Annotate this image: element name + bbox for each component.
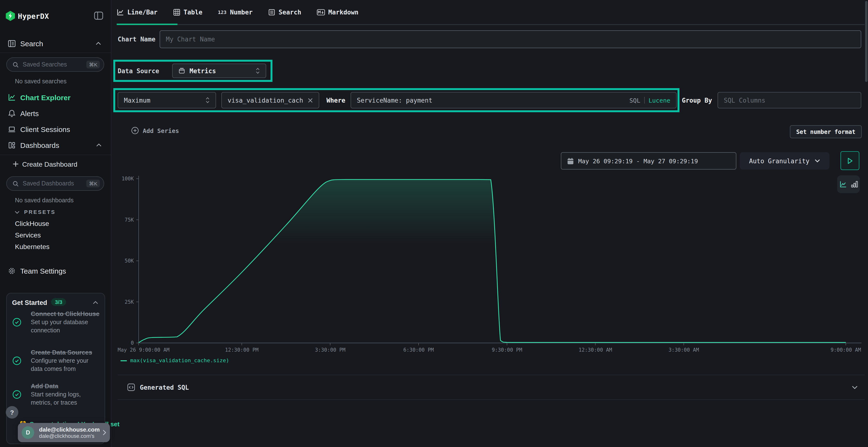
sidebar-item-kubernetes[interactable]: Kubernetes	[15, 243, 50, 250]
checklist-item[interactable]: Create Data Sources Configure where your…	[12, 348, 100, 373]
sidebar-item-dashboards[interactable]: Dashboards	[20, 141, 59, 149]
divider	[0, 53, 111, 53]
no-saved-dashboards-note: No saved dashboards	[15, 197, 73, 204]
svg-text:75K: 75K	[125, 217, 134, 223]
kbd-shortcut: ⌘K	[87, 180, 100, 187]
generated-sql-label: Generated SQL	[140, 384, 189, 391]
app-root: HyperDX Search Saved Searches ⌘K No	[0, 0, 868, 447]
divider	[118, 399, 865, 400]
saved-dashboards-input[interactable]: Saved Dashboards ⌘K	[6, 176, 104, 191]
laptop-icon	[8, 125, 16, 133]
gear-icon	[8, 267, 16, 275]
search-icon	[12, 180, 19, 187]
search-section-icon	[8, 39, 16, 48]
legend-line-swatch	[121, 360, 127, 361]
svg-text:100K: 100K	[122, 176, 134, 182]
checklist-item[interactable]: Add Data Start sending logs, metrics, or…	[12, 382, 100, 407]
sidebar-collapse-icon[interactable]	[94, 11, 103, 20]
help-button[interactable]: ?	[6, 406, 18, 419]
presets-group-label[interactable]: PRESETS	[24, 209, 56, 215]
chevron-up-icon[interactable]	[93, 301, 98, 304]
checklist-item-desc: Configure where your data comes from	[31, 357, 100, 373]
svg-text:12:30:00 PM: 12:30:00 PM	[225, 347, 258, 353]
sidebar-item-search[interactable]: Search	[20, 39, 43, 48]
svg-text:6:30:00 PM: 6:30:00 PM	[403, 347, 434, 353]
create-dashboard-button[interactable]: Create Dashboard	[22, 161, 78, 168]
svg-text:9:30:00 PM: 9:30:00 PM	[492, 347, 522, 353]
sidebar-item-client-sessions[interactable]: Client Sessions	[20, 125, 70, 133]
user-account-chip[interactable]: D dale@clickhouse.com dale@clickhouse.co…	[18, 423, 110, 442]
get-started-progress-badge: 3/3	[51, 298, 66, 306]
bell-icon	[8, 109, 16, 117]
chevron-down-icon[interactable]	[14, 210, 20, 214]
saved-searches-placeholder: Saved Searches	[23, 61, 87, 68]
no-saved-searches-note: No saved searches	[15, 78, 66, 85]
hyperdx-logo-icon	[5, 10, 16, 21]
svg-text:3:30:00 AM: 3:30:00 AM	[669, 347, 699, 353]
chart-legend[interactable]: max(visa_validation_cache.size)	[121, 357, 229, 364]
avatar: D	[22, 426, 34, 439]
get-started-panel: Get Started 3/3 Connect to ClickHouse Se…	[6, 293, 105, 444]
checklist-item-title: Connect to ClickHouse	[31, 310, 100, 318]
legend-label: max(visa_validation_cache.size)	[130, 357, 229, 364]
sidebar: HyperDX Search Saved Searches ⌘K No	[0, 0, 112, 447]
dashboards-icon	[8, 141, 16, 149]
check-circle-icon	[12, 318, 21, 326]
sidebar-item-services[interactable]: Services	[15, 231, 41, 239]
svg-text:12:30:00 AM: 12:30:00 AM	[579, 347, 612, 353]
checklist-item-title: Add Data	[31, 382, 100, 390]
sidebar-item-chart-explorer[interactable]: Chart Explorer	[20, 94, 70, 102]
sidebar-item-clickhouse[interactable]: ClickHouse	[15, 220, 49, 227]
user-email: dale@clickhouse.com	[39, 426, 103, 433]
svg-text:0: 0	[131, 340, 134, 346]
plus-icon	[12, 161, 19, 167]
generated-sql-section[interactable]: Generated SQL	[118, 375, 865, 399]
kbd-shortcut: ⌘K	[87, 61, 100, 68]
get-started-title: Get Started	[12, 299, 47, 306]
svg-text:50K: 50K	[125, 258, 134, 264]
user-team: dale@clickhouse.com's	[39, 433, 103, 439]
code-icon	[127, 383, 135, 391]
check-circle-icon	[12, 356, 21, 365]
checklist-item[interactable]: Connect to ClickHouse Set up your databa…	[12, 310, 100, 335]
sidebar-item-alerts[interactable]: Alerts	[20, 109, 39, 117]
brand-title: HyperDX	[18, 12, 49, 21]
divider	[0, 154, 111, 155]
svg-text:25K: 25K	[125, 299, 134, 305]
sidebar-item-team-settings[interactable]: Team Settings	[20, 267, 66, 275]
chevron-down-icon[interactable]	[851, 385, 858, 389]
checklist-item-title: Create Data Sources	[31, 348, 100, 356]
search-icon	[12, 61, 19, 68]
checklist-item-desc: Set up your database connection	[31, 318, 100, 335]
main-content: Line/Bar Table 123 Number Search	[111, 0, 868, 447]
checklist-item-desc: Start sending logs, metrics, or traces	[31, 391, 100, 407]
chevron-up-icon[interactable]	[95, 41, 101, 45]
chevron-right-icon	[103, 429, 106, 436]
chart-explorer-icon	[8, 94, 16, 101]
svg-text:3:30:00 PM: 3:30:00 PM	[315, 347, 345, 353]
saved-searches-input[interactable]: Saved Searches ⌘K	[6, 57, 104, 72]
chart-series	[138, 179, 846, 343]
svg-text:May 26 9:00:00 AM: May 26 9:00:00 AM	[118, 347, 169, 353]
svg-text:9:00:00 AM: 9:00:00 AM	[831, 347, 861, 353]
chevron-up-icon[interactable]	[96, 143, 102, 147]
check-circle-icon	[12, 390, 21, 399]
scrollbar[interactable]	[865, 1, 868, 82]
saved-dashboards-placeholder: Saved Dashboards	[23, 180, 87, 187]
